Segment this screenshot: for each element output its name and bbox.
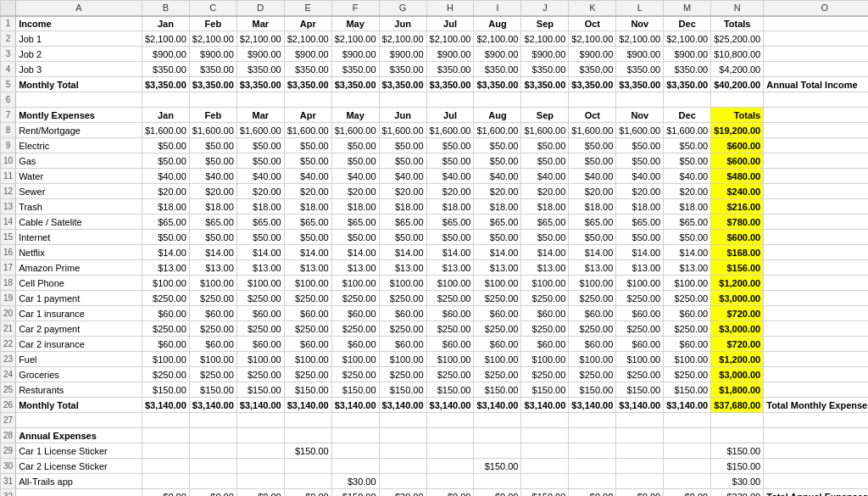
cell-g5: $3,350.00	[379, 77, 426, 92]
cell-l1: Nov	[616, 16, 664, 31]
cell-d7: Mar	[236, 108, 284, 123]
main-table: A B C D E F G H I J K L M N O P Q 1 Inco…	[0, 0, 868, 496]
cell-l2: $2,100.00	[616, 31, 664, 47]
cell-c7: Feb	[189, 108, 236, 123]
cell-a4: Job 3	[16, 62, 142, 77]
row-10: 10 Gas $50.00 $50.00 $50.00 $50.00 $50.0…	[1, 153, 869, 169]
cell-i1: Aug	[474, 16, 521, 31]
col-header-j: J	[521, 1, 569, 16]
row-29-car1-sticker: 29 Car 1 License Sticker $150.00 $150.00	[1, 443, 869, 459]
row-1: 1 Income Jan Feb Mar Apr May Jun Jul Aug…	[1, 16, 869, 31]
cell-j3: $900.00	[521, 47, 569, 62]
cell-d6	[236, 92, 284, 108]
cell-m2: $2,100.00	[664, 31, 711, 47]
col-header-a: A	[16, 1, 142, 16]
cell-l4: $350.00	[616, 62, 664, 77]
cell-c8: $1,600.00	[189, 123, 236, 138]
cell-e7: Apr	[284, 108, 331, 123]
cell-m3: $900.00	[664, 47, 711, 62]
corner-cell	[1, 1, 16, 16]
cell-f6	[331, 92, 379, 108]
cell-i8: $1,600.00	[474, 123, 521, 138]
cell-d2: $2,100.00	[236, 31, 284, 47]
cell-i2: $2,100.00	[474, 31, 521, 47]
spreadsheet: A B C D E F G H I J K L M N O P Q 1 Inco…	[0, 0, 868, 496]
cell-o6	[764, 92, 868, 108]
cell-e1: Apr	[284, 16, 331, 31]
cell-b6	[142, 92, 189, 108]
row-num-1: 1	[1, 16, 16, 31]
col-header-m: M	[664, 1, 711, 16]
cell-h7: Jul	[426, 108, 474, 123]
row-15: 15 Internet $50.00 $50.00 $50.00 $50.00 …	[1, 230, 869, 245]
cell-n3: $10,800.00	[711, 47, 764, 62]
cell-b4: $350.00	[142, 62, 189, 77]
row-24: 24 Groceries $250.00 $250.00 $250.00 $25…	[1, 367, 869, 382]
cell-h2: $2,100.00	[426, 31, 474, 47]
row-num-3: 3	[1, 47, 16, 62]
cell-e5: $3,350.00	[284, 77, 331, 92]
row-26-monthly-total-expenses: 26 Monthly Total $3,140.00 $3,140.00 $3,…	[1, 398, 869, 413]
cell-l5: $3,350.00	[616, 77, 664, 92]
row-31-alltrails: 31 All-Trails app $30.00 $30.00	[1, 474, 869, 489]
cell-h4: $350.00	[426, 62, 474, 77]
row-num-6: 6	[1, 92, 16, 108]
row-27: 27	[1, 413, 869, 428]
cell-g6	[379, 92, 426, 108]
cell-a6	[16, 92, 142, 108]
col-header-e: E	[284, 1, 331, 16]
cell-j1: Sep	[521, 16, 569, 31]
cell-j4: $350.00	[521, 62, 569, 77]
row-30-car2-sticker: 30 Car 2 License Sticker $150.00 $150.00	[1, 459, 869, 474]
cell-f4: $350.00	[331, 62, 379, 77]
cell-c1: Feb	[189, 16, 236, 31]
cell-k3: $900.00	[569, 47, 616, 62]
total-monthly-expenses-note: Total Monthly Expenses	[764, 398, 868, 413]
row-19: 19 Car 1 payment $250.00 $250.00 $250.00…	[1, 291, 869, 306]
cell-f5: $3,350.00	[331, 77, 379, 92]
col-header-b: B	[142, 1, 189, 16]
row-9: 9 Electric $50.00 $50.00 $50.00 $50.00 $…	[1, 138, 869, 153]
row-num-7: 7	[1, 108, 16, 123]
row-23: 23 Fuel $100.00 $100.00 $100.00 $100.00 …	[1, 352, 869, 367]
cell-k4: $350.00	[569, 62, 616, 77]
cell-e3: $900.00	[284, 47, 331, 62]
cell-i5: $3,350.00	[474, 77, 521, 92]
cell-k8: $1,600.00	[569, 123, 616, 138]
row-7-expenses-header: 7 Montly Expenses Jan Feb Mar Apr May Ju…	[1, 108, 869, 123]
cell-k7: Oct	[569, 108, 616, 123]
cell-o1	[764, 16, 868, 31]
cell-g4: $350.00	[379, 62, 426, 77]
cell-k5: $3,350.00	[569, 77, 616, 92]
cell-a3: Job 2	[16, 47, 142, 62]
col-header-l: L	[616, 1, 664, 16]
cell-j7: Sep	[521, 108, 569, 123]
col-header-g: G	[379, 1, 426, 16]
row-2: 2 Job 1 $2,100.00 $2,100.00 $2,100.00 $2…	[1, 31, 869, 47]
cell-j6	[521, 92, 569, 108]
cell-h6	[426, 92, 474, 108]
cell-a5: Monthly Total	[16, 77, 142, 92]
cell-m6	[664, 92, 711, 108]
row-32-annual-sum: 32 $0.00 $0.00 $0.00 $0.00 $150.00 $30.0…	[1, 489, 869, 497]
cell-j5: $3,350.00	[521, 77, 569, 92]
cell-g1: Jun	[379, 16, 426, 31]
cell-h3: $900.00	[426, 47, 474, 62]
cell-m4: $350.00	[664, 62, 711, 77]
cell-d4: $350.00	[236, 62, 284, 77]
cell-d5: $3,350.00	[236, 77, 284, 92]
cell-c6	[189, 92, 236, 108]
row-num-8: 8	[1, 123, 16, 138]
cell-l3: $900.00	[616, 47, 664, 62]
col-header-o: O	[764, 1, 868, 16]
row-13: 13 Trash $18.00 $18.00 $18.00 $18.00 $18…	[1, 199, 869, 215]
cell-m7: Dec	[664, 108, 711, 123]
cell-b5: $3,350.00	[142, 77, 189, 92]
col-header-k: K	[569, 1, 616, 16]
cell-g8: $1,600.00	[379, 123, 426, 138]
cell-g7: Jun	[379, 108, 426, 123]
cell-e4: $350.00	[284, 62, 331, 77]
cell-a2: Job 1	[16, 31, 142, 47]
cell-h8: $1,600.00	[426, 123, 474, 138]
cell-b2: $2,100.00	[142, 31, 189, 47]
